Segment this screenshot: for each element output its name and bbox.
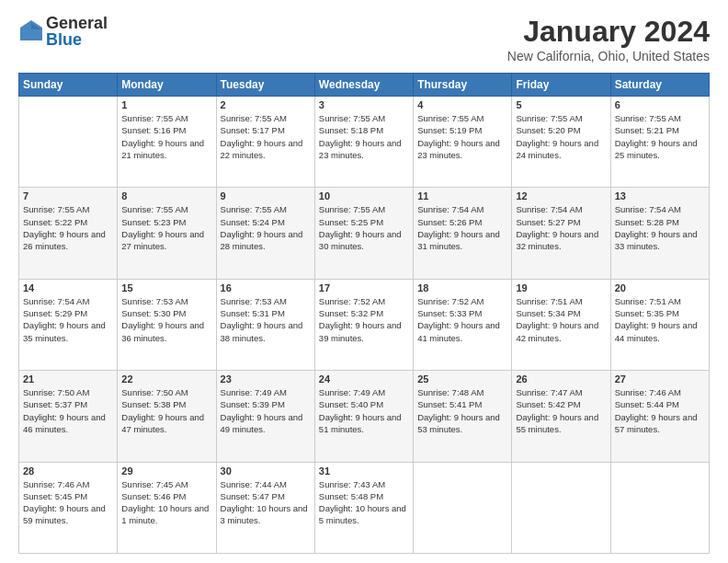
day-info: Sunrise: 7:54 AM Sunset: 5:29 PM Dayligh… [23,295,113,344]
day-info: Sunrise: 7:55 AM Sunset: 5:21 PM Dayligh… [615,112,705,161]
calendar-week-2: 14Sunrise: 7:54 AM Sunset: 5:29 PM Dayli… [19,279,710,370]
day-info: Sunrise: 7:53 AM Sunset: 5:31 PM Dayligh… [221,295,311,344]
day-info: Sunrise: 7:53 AM Sunset: 5:30 PM Dayligh… [121,295,211,344]
calendar-cell: 14Sunrise: 7:54 AM Sunset: 5:29 PM Dayli… [19,279,118,370]
day-number: 10 [319,190,409,201]
calendar-body: 1Sunrise: 7:55 AM Sunset: 5:16 PM Daylig… [19,97,710,554]
day-number: 12 [516,190,606,201]
calendar-cell: 11Sunrise: 7:54 AM Sunset: 5:26 PM Dayli… [414,188,512,279]
day-info: Sunrise: 7:50 AM Sunset: 5:38 PM Dayligh… [121,386,211,435]
day-info: Sunrise: 7:55 AM Sunset: 5:16 PM Dayligh… [121,112,211,161]
calendar-subtitle: New California, Ohio, United States [507,49,710,63]
day-number: 17 [319,282,409,293]
calendar-week-1: 7Sunrise: 7:55 AM Sunset: 5:22 PM Daylig… [19,188,710,279]
day-number: 8 [121,190,211,201]
header-saturday: Saturday [610,74,709,97]
calendar-cell: 21Sunrise: 7:50 AM Sunset: 5:37 PM Dayli… [19,371,118,462]
calendar-cell: 28Sunrise: 7:46 AM Sunset: 5:45 PM Dayli… [19,462,118,553]
calendar-cell: 30Sunrise: 7:44 AM Sunset: 5:47 PM Dayli… [216,462,314,553]
day-info: Sunrise: 7:48 AM Sunset: 5:41 PM Dayligh… [417,386,507,435]
day-info: Sunrise: 7:51 AM Sunset: 5:35 PM Dayligh… [615,295,705,344]
day-number: 22 [121,373,211,385]
header-wednesday: Wednesday [314,74,413,97]
header-friday: Friday [512,74,610,97]
calendar-cell: 6Sunrise: 7:55 AM Sunset: 5:21 PM Daylig… [610,97,709,188]
day-info: Sunrise: 7:55 AM Sunset: 5:23 PM Dayligh… [121,203,211,252]
title-block: January 2024 New California, Ohio, Unite… [507,15,710,63]
calendar-cell: 16Sunrise: 7:53 AM Sunset: 5:31 PM Dayli… [216,279,314,370]
header-monday: Monday [118,74,216,97]
calendar-cell: 9Sunrise: 7:55 AM Sunset: 5:24 PM Daylig… [216,188,314,279]
calendar-cell: 23Sunrise: 7:49 AM Sunset: 5:39 PM Dayli… [216,371,314,462]
calendar-cell: 31Sunrise: 7:43 AM Sunset: 5:48 PM Dayli… [314,462,413,553]
day-number: 9 [221,190,311,201]
day-number: 6 [615,99,705,110]
day-number: 28 [23,465,113,477]
calendar-week-0: 1Sunrise: 7:55 AM Sunset: 5:16 PM Daylig… [19,97,710,188]
calendar-cell [414,462,512,553]
calendar-table: Sunday Monday Tuesday Wednesday Thursday… [18,73,710,554]
calendar-cell: 1Sunrise: 7:55 AM Sunset: 5:16 PM Daylig… [118,97,216,188]
day-number: 20 [615,282,705,293]
logo-blue-text: Blue [46,31,108,48]
day-number: 16 [221,282,311,293]
day-info: Sunrise: 7:55 AM Sunset: 5:25 PM Dayligh… [319,203,409,252]
day-number: 23 [221,373,311,385]
day-number: 4 [417,99,507,110]
calendar-cell: 10Sunrise: 7:55 AM Sunset: 5:25 PM Dayli… [314,188,413,279]
day-number: 15 [121,282,211,293]
calendar-cell: 20Sunrise: 7:51 AM Sunset: 5:35 PM Dayli… [610,279,709,370]
day-info: Sunrise: 7:55 AM Sunset: 5:20 PM Dayligh… [516,112,606,161]
day-number: 21 [23,373,113,385]
day-info: Sunrise: 7:45 AM Sunset: 5:46 PM Dayligh… [121,478,211,527]
calendar-cell: 19Sunrise: 7:51 AM Sunset: 5:34 PM Dayli… [512,279,610,370]
day-info: Sunrise: 7:55 AM Sunset: 5:24 PM Dayligh… [221,203,311,252]
calendar-cell: 27Sunrise: 7:46 AM Sunset: 5:44 PM Dayli… [610,371,709,462]
day-info: Sunrise: 7:46 AM Sunset: 5:45 PM Dayligh… [23,478,113,527]
day-info: Sunrise: 7:55 AM Sunset: 5:17 PM Dayligh… [221,112,311,161]
calendar-cell: 17Sunrise: 7:52 AM Sunset: 5:32 PM Dayli… [314,279,413,370]
day-info: Sunrise: 7:51 AM Sunset: 5:34 PM Dayligh… [516,295,606,344]
day-info: Sunrise: 7:55 AM Sunset: 5:19 PM Dayligh… [417,112,507,161]
calendar-cell: 15Sunrise: 7:53 AM Sunset: 5:30 PM Dayli… [118,279,216,370]
calendar-cell: 8Sunrise: 7:55 AM Sunset: 5:23 PM Daylig… [118,188,216,279]
logo: General Blue [18,15,108,48]
calendar-cell: 4Sunrise: 7:55 AM Sunset: 5:19 PM Daylig… [414,97,512,188]
day-info: Sunrise: 7:47 AM Sunset: 5:42 PM Dayligh… [516,386,606,435]
logo-general-text: General [46,15,108,31]
day-number: 11 [417,190,507,201]
header-row: Sunday Monday Tuesday Wednesday Thursday… [19,74,710,97]
calendar-cell [19,97,118,188]
day-number: 14 [23,282,113,293]
logo-text: General Blue [46,15,108,48]
day-info: Sunrise: 7:49 AM Sunset: 5:39 PM Dayligh… [221,386,311,435]
day-info: Sunrise: 7:50 AM Sunset: 5:37 PM Dayligh… [23,386,113,435]
calendar-page: General Blue January 2024 New California… [0,0,728,563]
day-number: 19 [516,282,606,293]
calendar-header: Sunday Monday Tuesday Wednesday Thursday… [19,74,710,97]
day-number: 30 [221,465,311,477]
calendar-cell: 26Sunrise: 7:47 AM Sunset: 5:42 PM Dayli… [512,371,610,462]
header: General Blue January 2024 New California… [18,15,710,63]
logo-icon [18,18,44,44]
calendar-cell: 22Sunrise: 7:50 AM Sunset: 5:38 PM Dayli… [118,371,216,462]
day-number: 3 [319,99,409,110]
calendar-cell: 29Sunrise: 7:45 AM Sunset: 5:46 PM Dayli… [118,462,216,553]
calendar-cell: 13Sunrise: 7:54 AM Sunset: 5:28 PM Dayli… [610,188,709,279]
calendar-week-3: 21Sunrise: 7:50 AM Sunset: 5:37 PM Dayli… [19,371,710,462]
header-sunday: Sunday [19,74,118,97]
day-number: 13 [615,190,705,201]
calendar-cell: 7Sunrise: 7:55 AM Sunset: 5:22 PM Daylig… [19,188,118,279]
day-number: 18 [417,282,507,293]
calendar-cell: 3Sunrise: 7:55 AM Sunset: 5:18 PM Daylig… [314,97,413,188]
day-info: Sunrise: 7:55 AM Sunset: 5:22 PM Dayligh… [23,203,113,252]
day-number: 29 [121,465,211,477]
day-info: Sunrise: 7:52 AM Sunset: 5:32 PM Dayligh… [319,295,409,344]
day-number: 25 [417,373,507,385]
day-info: Sunrise: 7:54 AM Sunset: 5:27 PM Dayligh… [516,203,606,252]
day-number: 27 [615,373,705,385]
calendar-cell: 12Sunrise: 7:54 AM Sunset: 5:27 PM Dayli… [512,188,610,279]
day-number: 31 [319,465,409,477]
day-info: Sunrise: 7:49 AM Sunset: 5:40 PM Dayligh… [319,386,409,435]
day-info: Sunrise: 7:54 AM Sunset: 5:28 PM Dayligh… [615,203,705,252]
